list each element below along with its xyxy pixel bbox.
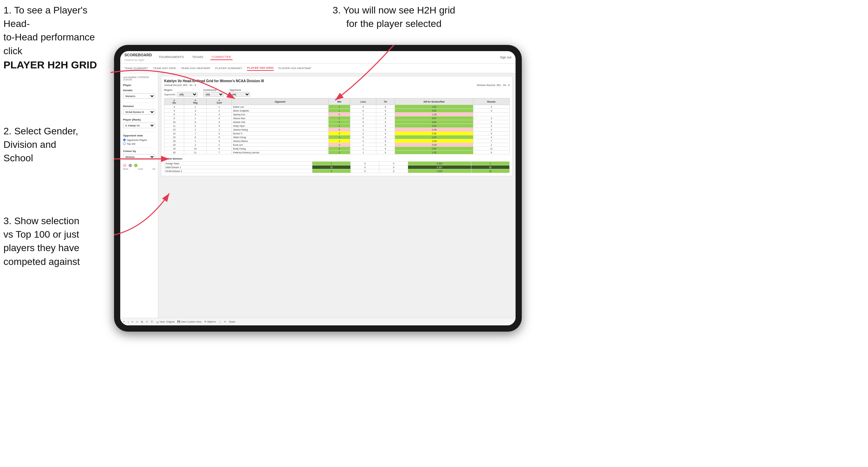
table-row: 2 bbox=[328, 151, 350, 154]
table-row: 3 bbox=[164, 105, 184, 109]
conference-filter: Conference (All) bbox=[203, 89, 224, 97]
table-row: 4 bbox=[207, 132, 232, 135]
region-filter-label: Region bbox=[164, 89, 198, 91]
nav-tournaments[interactable]: TOURNAMENTS bbox=[157, 55, 185, 60]
table-row: 0 bbox=[328, 113, 350, 116]
colour-dot-level bbox=[129, 164, 132, 167]
instruction-bottom-left: 3. Show selectionvs Top 100 or justplaye… bbox=[3, 214, 107, 268]
gender-select[interactable]: Women's bbox=[123, 93, 155, 99]
table-row: 0 bbox=[376, 120, 395, 124]
table-row: 2 bbox=[184, 124, 207, 128]
col-loss: Loss bbox=[350, 98, 376, 105]
table-row: 13 bbox=[164, 128, 184, 132]
table-row: 1 bbox=[350, 143, 376, 147]
opponent-filter-label: Opponent bbox=[229, 89, 250, 91]
table-row: 2 bbox=[328, 132, 350, 135]
table-row: 3 bbox=[207, 113, 232, 116]
table-row: 2 bbox=[473, 143, 510, 147]
toolbar-save-custom[interactable]: 💾 Save Custom View bbox=[177, 321, 201, 323]
toolbar-refresh[interactable]: ↺ bbox=[146, 321, 148, 323]
table-row: 4 bbox=[207, 116, 232, 120]
nav-committee[interactable]: COMMITTEE bbox=[210, 55, 233, 60]
table-row: 5 bbox=[207, 135, 232, 139]
table-row: 1 bbox=[184, 139, 207, 143]
toolbar: ↩ | ↪ ↩ ⊞ ↺ ⏱ 📊 View: Original 💾 Save Cu… bbox=[120, 318, 516, 325]
player-rank-select[interactable]: 8. Katelyn Vo bbox=[123, 123, 155, 128]
radio-top-100[interactable]: Top 100 bbox=[123, 142, 155, 145]
table-row: 2 bbox=[207, 143, 232, 147]
colour-by-select[interactable]: Win/loss bbox=[123, 154, 155, 160]
table-row: 2 bbox=[473, 128, 510, 132]
table-row: Jessica Huang bbox=[232, 128, 328, 132]
table-row: 2 bbox=[350, 139, 376, 143]
table-row: 0 bbox=[376, 128, 395, 132]
table-row: 1 bbox=[328, 124, 350, 128]
table-row: Alexis Sudjianto bbox=[232, 109, 328, 113]
ood-row: 10 bbox=[471, 169, 509, 173]
division-select[interactable]: NCAA Division III bbox=[123, 109, 155, 115]
toolbar-grid[interactable]: ⊞ bbox=[141, 321, 143, 323]
table-row: 0 bbox=[328, 143, 350, 147]
opponent-view-radios: Opponents Played Top 100 bbox=[123, 139, 155, 145]
ood-row: 9.267 bbox=[408, 165, 471, 169]
table-row: 4 bbox=[473, 105, 510, 109]
table-row: 20 bbox=[164, 151, 184, 154]
ood-row: 0 bbox=[351, 165, 379, 169]
table-row: 4 bbox=[473, 135, 510, 139]
toolbar-view-original[interactable]: 📊 View: Original bbox=[156, 321, 174, 323]
table-row: Eunice Yi bbox=[232, 132, 328, 135]
toolbar-redo[interactable]: ↪ bbox=[131, 321, 133, 323]
conference-select[interactable]: (All) bbox=[203, 92, 224, 97]
table-row: 10 bbox=[184, 147, 207, 151]
colour-by-label: Colour by bbox=[123, 150, 155, 153]
tablet-frame: SCOREBOARD Powered by clippd TOURNAMENTS… bbox=[114, 45, 522, 332]
instruction-line2: to-Head performance click bbox=[3, 32, 95, 56]
toolbar-undo[interactable]: ↩ bbox=[123, 321, 125, 323]
ood-row: 30 bbox=[471, 165, 509, 169]
grid-record-row: Overall Record: 353 - 34 - 6 Division Re… bbox=[164, 84, 510, 87]
sub-nav-team-summary[interactable]: TEAM SUMMARY bbox=[124, 66, 148, 70]
table-row: 0 bbox=[376, 139, 395, 143]
colour-label-down: Down bbox=[123, 168, 128, 170]
sub-nav-player-summary[interactable]: PLAYER SUMMARY bbox=[215, 66, 242, 70]
toolbar-clock[interactable]: ⏱ bbox=[151, 321, 153, 323]
table-row: 11 bbox=[164, 124, 184, 128]
nav-teams[interactable]: TEAMS bbox=[191, 55, 205, 60]
toolbar-watch[interactable]: 👁 Watch ▾ bbox=[204, 321, 216, 323]
sub-nav-team-h2h-heatmap[interactable]: TEAM H2H HEATMAP bbox=[181, 66, 210, 70]
sub-nav-team-h2h-grid[interactable]: TEAM H2H GRID bbox=[153, 66, 176, 70]
ood-row: 5 bbox=[312, 169, 350, 173]
toolbar-sep1: | bbox=[128, 321, 129, 323]
ood-row: 0 bbox=[351, 162, 379, 165]
toolbar-share[interactable]: Share bbox=[229, 321, 235, 323]
table-row: 19 bbox=[164, 147, 184, 151]
toolbar-back[interactable]: ↩ bbox=[136, 321, 138, 323]
sub-nav-player-h2h-grid[interactable]: PLAYER H2H GRID bbox=[247, 66, 274, 71]
opponent-select[interactable]: (All) bbox=[229, 92, 250, 97]
radio-opponents-played[interactable]: Opponents Played bbox=[123, 139, 155, 141]
toolbar-share-icon[interactable]: ⬚ bbox=[219, 321, 221, 323]
instruction-bold: PLAYER H2H GRID bbox=[3, 59, 97, 70]
toolbar-reset[interactable]: ⟲ bbox=[224, 321, 226, 323]
table-row: 3 bbox=[473, 116, 510, 120]
table-row: Jessica Mason bbox=[232, 139, 328, 143]
table-row: 1 bbox=[328, 105, 350, 109]
table-row: 2 bbox=[207, 109, 232, 113]
table-row: 2 bbox=[328, 120, 350, 124]
ood-row: 0 bbox=[379, 162, 408, 165]
region-select[interactable]: (All) bbox=[177, 92, 198, 97]
table-row: 0 bbox=[350, 120, 376, 124]
table-row: 4.00 bbox=[395, 109, 473, 113]
sign-out-link[interactable]: Sign out bbox=[500, 56, 511, 59]
table-row: 1 bbox=[328, 135, 350, 139]
col-win: Win bbox=[328, 98, 350, 105]
table-row: 0.30 bbox=[395, 147, 473, 151]
table-row: 5 bbox=[164, 109, 184, 113]
ood-row: 15 bbox=[312, 165, 350, 169]
table-row bbox=[473, 113, 510, 116]
ood-row: 4.500 bbox=[408, 162, 471, 165]
ood-row: Foreign Team bbox=[164, 162, 312, 165]
table-row: 0 bbox=[350, 105, 376, 109]
table-row: 2 bbox=[184, 143, 207, 147]
sub-nav-player-h2h-heatmap[interactable]: PLAYER H2H HEATMAP bbox=[279, 66, 311, 70]
